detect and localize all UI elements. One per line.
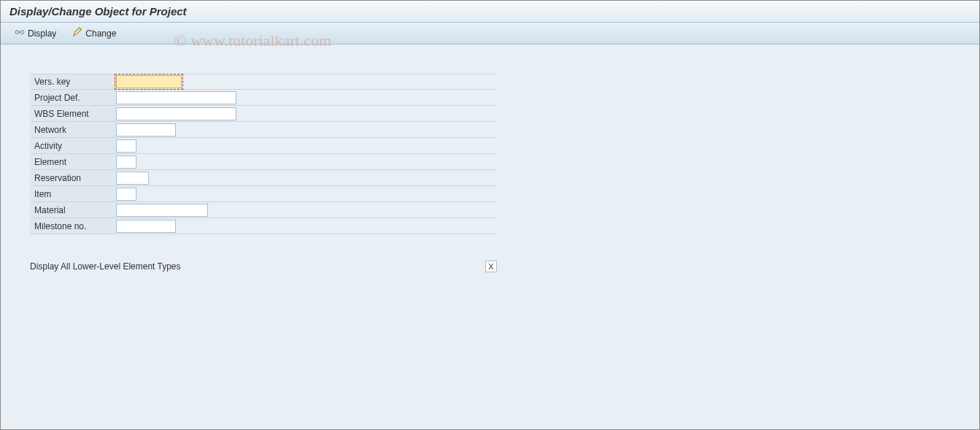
page-header: Display/Change Object for Project bbox=[1, 1, 979, 23]
input-milestone-no[interactable] bbox=[116, 220, 176, 233]
field-row-network: Network bbox=[30, 122, 497, 138]
input-network[interactable] bbox=[116, 123, 176, 137]
field-row-vers-key: Vers. key bbox=[30, 74, 497, 90]
label-element: Element bbox=[30, 154, 116, 169]
label-project-def: Project Def. bbox=[30, 90, 116, 105]
field-row-wbs-element: WBS Element bbox=[30, 106, 497, 122]
label-reservation: Reservation bbox=[30, 170, 116, 185]
field-row-item: Item bbox=[30, 186, 497, 202]
glasses-icon bbox=[15, 27, 25, 39]
label-material: Material bbox=[30, 202, 116, 218]
lower-level-option-label: Display All Lower-Level Element Types bbox=[30, 261, 181, 272]
input-wbs-element[interactable] bbox=[116, 107, 236, 120]
content-area: Vers. key Project Def. WBS Element Netwo… bbox=[1, 45, 979, 280]
pencil-icon bbox=[72, 27, 82, 39]
label-milestone-no: Milestone no. bbox=[30, 218, 116, 234]
label-activity: Activity bbox=[30, 138, 116, 153]
field-row-project-def: Project Def. bbox=[30, 90, 497, 106]
display-button[interactable]: Display bbox=[8, 24, 63, 42]
input-item[interactable] bbox=[116, 188, 136, 201]
label-item: Item bbox=[30, 186, 116, 201]
input-material[interactable] bbox=[116, 204, 208, 217]
input-element[interactable] bbox=[116, 156, 136, 169]
label-network: Network bbox=[30, 122, 116, 137]
field-row-material: Material bbox=[30, 202, 497, 218]
input-reservation[interactable] bbox=[116, 172, 149, 185]
page-title: Display/Change Object for Project bbox=[9, 5, 971, 18]
field-row-reservation: Reservation bbox=[30, 170, 497, 186]
label-vers-key: Vers. key bbox=[30, 74, 116, 89]
field-row-activity: Activity bbox=[30, 138, 497, 154]
display-button-label: Display bbox=[28, 28, 56, 39]
label-wbs-element: WBS Element bbox=[30, 106, 116, 121]
field-row-element: Element bbox=[30, 154, 497, 170]
input-project-def[interactable] bbox=[116, 91, 236, 104]
field-group: Vers. key Project Def. WBS Element Netwo… bbox=[30, 74, 497, 234]
input-vers-key[interactable] bbox=[116, 75, 182, 88]
toolbar: Display Change bbox=[1, 23, 979, 45]
change-button[interactable]: Change bbox=[66, 24, 123, 42]
lower-level-option-row: Display All Lower-Level Element Types bbox=[30, 261, 497, 272]
input-activity[interactable] bbox=[116, 139, 136, 153]
svg-point-0 bbox=[15, 31, 19, 34]
field-row-milestone-no: Milestone no. bbox=[30, 218, 497, 234]
lower-level-option-input[interactable] bbox=[485, 261, 497, 272]
change-button-label: Change bbox=[85, 28, 116, 39]
svg-point-1 bbox=[20, 31, 24, 34]
